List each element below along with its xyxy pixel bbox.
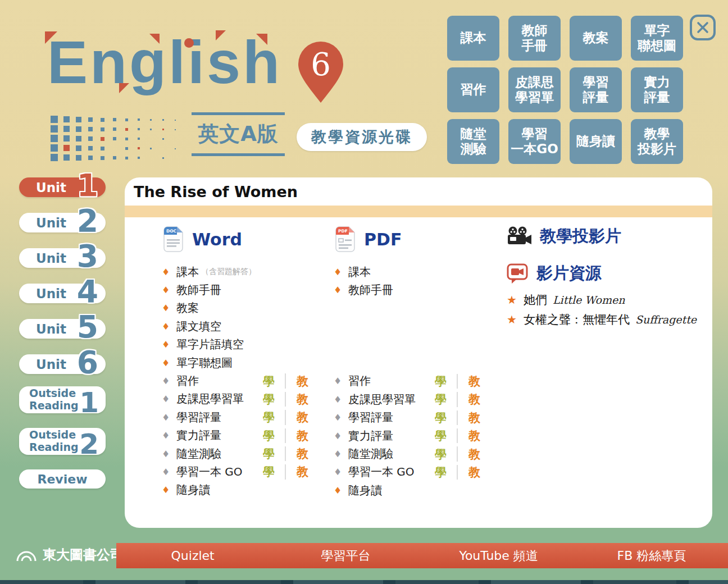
teacher-version-link[interactable]: 教 [297,391,308,407]
sidebar-review[interactable]: Review [19,469,106,489]
menu-proficiency-assessment[interactable]: 實力 評量 [631,67,683,112]
menu-quiz[interactable]: 隨堂 測驗 [447,119,499,164]
sidebar-unit-3[interactable]: Unit 3 [19,248,106,268]
word-item-teacher-manual[interactable]: ♦ 教師手冊 [162,281,330,299]
teacher-version-link[interactable]: 教 [468,446,480,462]
diamond-bullet-icon: ♦ [162,394,176,404]
diamond-bullet-icon: ♦ [162,467,176,477]
pdf-header: PDF PDF [334,225,502,254]
menu-label: 實力 評量 [644,75,670,105]
unit-label: Unit [36,322,66,336]
student-version-link[interactable]: 學 [435,391,447,407]
word-item-word-map[interactable]: ♦ 單字聯想圖 [162,354,330,372]
menu-learning-go[interactable]: 學習 一本GO [508,119,561,164]
pdf-column: PDF PDF ♦ 課本 ♦ 教師手冊 ♦ 習作 學 教 [334,225,502,500]
sidebar-unit-6[interactable]: Unit 6 [19,354,106,374]
student-version-link[interactable]: 學 [263,428,275,444]
menu-label: 課本 [461,30,486,45]
pdf-item-learning-assessment: ♦ 學習評量 學 教 [334,409,502,427]
menu-label: 隨身讀 [576,134,615,149]
menu-label: 習作 [461,82,486,97]
student-version-link[interactable]: 學 [263,446,275,462]
teacher-version-link[interactable]: 教 [297,373,308,389]
level-pin: 6 [297,40,345,104]
item-label: 學習評量 [348,410,393,425]
item-label: 學習一本 GO [348,464,415,480]
word-item-vocab-cloze[interactable]: ♦ 單字片語填空 [162,336,330,354]
footer-link-learning-platform[interactable]: 學習平台 [269,543,422,568]
menu-teacher-manual[interactable]: 教師 手冊 [508,16,561,61]
menu-lesson-plan[interactable]: 教案 [570,16,622,61]
sidebar-unit-5[interactable]: Unit 5 [19,319,106,339]
teacher-version-link[interactable]: 教 [468,410,480,426]
student-version-link[interactable]: 學 [263,409,275,425]
item-label: 隨身讀 [348,483,382,498]
word-item-learning-assessment: ♦ 學習評量 學 教 [162,408,330,426]
teacher-version-link[interactable]: 教 [297,446,308,462]
video-suffragette[interactable]: ★ 女權之聲：無懼年代 Suffragette [507,312,697,331]
student-version-link[interactable]: 學 [435,373,447,389]
student-version-link[interactable]: 學 [263,391,275,407]
teacher-version-link[interactable]: 教 [468,428,480,444]
diamond-bullet-icon: ♦ [334,449,348,459]
outside-reading-label: Outside Reading [29,387,79,412]
pdf-item-pocket-reader[interactable]: ♦ 隨身讀 [334,481,502,499]
sidebar-unit-4[interactable]: Unit 4 [19,284,106,303]
link-divider [457,465,458,480]
sidebar-unit-1[interactable]: Unit 1 [19,177,106,197]
menu-teaching-slides[interactable]: 教學 投影片 [631,119,683,164]
student-version-link[interactable]: 學 [263,464,275,480]
student-version-link[interactable]: 學 [263,373,275,389]
publisher-name: 東大圖書公司 [43,546,124,564]
teacher-version-link[interactable]: 教 [297,464,308,480]
diamond-bullet-icon: ♦ [162,303,176,313]
menu-workbook[interactable]: 習作 [447,67,499,112]
menu-textbook[interactable]: 課本 [447,16,499,61]
word-item-lesson-plan[interactable]: ♦ 教案 [162,299,330,317]
video-bubble-icon [507,263,529,284]
menu-learning-assessment[interactable]: 學習 評量 [570,67,622,112]
teacher-version-link[interactable]: 教 [468,391,480,407]
footer-link-youtube[interactable]: YouTube 頻道 [422,543,575,568]
teacher-version-link[interactable]: 教 [468,464,480,480]
pdf-item-teacher-manual[interactable]: ♦ 教師手冊 [334,281,502,299]
menu-pocket-reader[interactable]: 隨身讀 [570,119,622,164]
sidebar-outside-reading-1[interactable]: Outside Reading 1 [19,386,106,413]
unit-label: Unit [36,251,66,266]
student-version-link[interactable]: 學 [435,446,447,462]
sidebar-outside-reading-2[interactable]: Outside Reading 2 [19,428,106,455]
star-icon: ★ [507,293,524,307]
student-version-link[interactable]: 學 [435,464,447,480]
menu-word-map[interactable]: 單字 聯想圖 [631,16,683,61]
teacher-version-link[interactable]: 教 [468,373,480,389]
sidebar-unit-2[interactable]: Unit 2 [19,213,106,232]
diamond-bullet-icon: ♦ [162,449,176,459]
link-divider [285,464,286,479]
diamond-bullet-icon: ♦ [162,321,176,332]
item-label: 課本 [348,264,371,280]
item-label: 隨堂測驗 [348,446,393,462]
diamond-bullet-icon: ♦ [334,285,348,295]
footer-link-facebook[interactable]: FB 粉絲專頁 [575,543,728,568]
pdf-item-textbook[interactable]: ♦ 課本 [334,263,502,281]
student-version-link[interactable]: 學 [435,410,447,426]
teaching-slides-link[interactable]: 教學投影片 [507,225,621,248]
word-item-cloze[interactable]: ♦ 課文填空 [162,317,330,335]
word-item-textbook[interactable]: ♦ 課本 （含習題解答） [162,263,330,281]
unit-number: 1 [77,172,98,199]
link-divider [285,446,286,461]
level-number: 6 [311,46,331,83]
teacher-version-link[interactable]: 教 [297,409,308,425]
teacher-version-link[interactable]: 教 [297,428,308,444]
video-list: ★ 她們 Little Women ★ 女權之聲：無懼年代 Suffragett… [507,292,697,331]
menu-label: 教案 [583,30,609,45]
menu-label: 皮課思 學習單 [515,75,554,105]
video-little-women[interactable]: ★ 她們 Little Women [507,292,697,312]
menu-label: 學習 一本GO [511,126,558,157]
close-button[interactable] [690,15,716,40]
close-icon [697,21,709,34]
footer-link-quizlet[interactable]: Quizlet [116,543,269,568]
word-item-pocket-reader[interactable]: ♦ 隨身讀 [162,481,330,499]
menu-pirls-worksheet[interactable]: 皮課思 學習單 [508,67,561,112]
student-version-link[interactable]: 學 [435,428,447,444]
